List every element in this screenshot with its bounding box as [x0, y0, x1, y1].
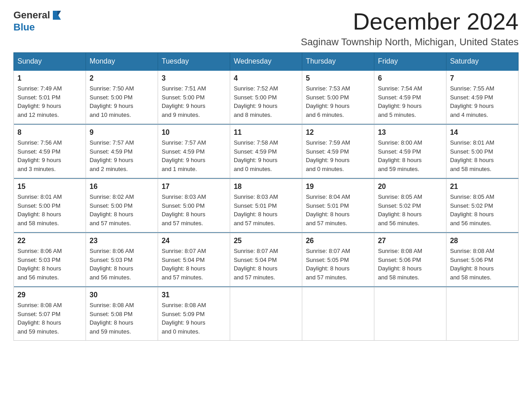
table-row: 23Sunrise: 8:06 AM Sunset: 5:03 PM Dayli… [86, 233, 158, 287]
day-info: Sunrise: 7:57 AM Sunset: 4:59 PM Dayligh… [162, 138, 226, 173]
day-number: 25 [234, 237, 298, 245]
location-subtitle: Saginaw Township North, Michigan, United… [301, 36, 519, 48]
day-info: Sunrise: 7:58 AM Sunset: 4:59 PM Dayligh… [234, 138, 298, 173]
day-info: Sunrise: 8:00 AM Sunset: 4:59 PM Dayligh… [378, 138, 442, 173]
calendar-week-row: 22Sunrise: 8:06 AM Sunset: 5:03 PM Dayli… [14, 233, 519, 287]
day-info: Sunrise: 7:57 AM Sunset: 4:59 PM Dayligh… [90, 138, 154, 173]
calendar-week-row: 1Sunrise: 7:49 AM Sunset: 5:01 PM Daylig… [14, 70, 519, 124]
day-number: 14 [450, 128, 515, 137]
day-number: 19 [306, 183, 370, 191]
table-row: 31Sunrise: 8:08 AM Sunset: 5:09 PM Dayli… [158, 287, 230, 341]
day-info: Sunrise: 8:05 AM Sunset: 5:02 PM Dayligh… [378, 193, 442, 227]
day-info: Sunrise: 7:52 AM Sunset: 5:00 PM Dayligh… [234, 84, 298, 119]
day-info: Sunrise: 8:08 AM Sunset: 5:08 PM Dayligh… [90, 301, 154, 336]
day-number: 30 [90, 291, 154, 299]
table-row: 17Sunrise: 8:03 AM Sunset: 5:00 PM Dayli… [158, 179, 230, 232]
calendar-week-row: 8Sunrise: 7:56 AM Sunset: 4:59 PM Daylig… [14, 125, 519, 178]
table-row [230, 287, 302, 341]
day-info: Sunrise: 7:53 AM Sunset: 5:00 PM Dayligh… [306, 84, 370, 119]
day-number: 31 [162, 291, 226, 299]
month-year-title: December 2024 [301, 9, 519, 34]
logo-flag-icon [51, 9, 64, 21]
logo: General Blue [13, 9, 64, 33]
title-area: December 2024 Saginaw Township North, Mi… [301, 9, 519, 48]
day-number: 23 [90, 237, 154, 245]
calendar-table: Sunday Monday Tuesday Wednesday Thursday… [13, 52, 519, 341]
header-thursday: Thursday [302, 53, 374, 71]
day-number: 13 [378, 128, 442, 137]
day-info: Sunrise: 7:49 AM Sunset: 5:01 PM Dayligh… [17, 84, 82, 119]
day-number: 15 [17, 183, 82, 191]
day-info: Sunrise: 7:51 AM Sunset: 5:00 PM Dayligh… [162, 84, 226, 119]
day-number: 17 [162, 183, 226, 191]
day-number: 16 [90, 183, 154, 191]
day-info: Sunrise: 8:03 AM Sunset: 5:01 PM Dayligh… [234, 193, 298, 227]
table-row: 12Sunrise: 7:59 AM Sunset: 4:59 PM Dayli… [302, 125, 374, 178]
table-row: 19Sunrise: 8:04 AM Sunset: 5:01 PM Dayli… [302, 179, 374, 232]
logo-general: General [13, 9, 50, 21]
day-info: Sunrise: 8:07 AM Sunset: 5:05 PM Dayligh… [306, 247, 370, 282]
day-info: Sunrise: 8:07 AM Sunset: 5:04 PM Dayligh… [162, 247, 226, 282]
day-number: 1 [17, 74, 82, 82]
day-number: 10 [162, 128, 226, 137]
header-sunday: Sunday [14, 53, 86, 71]
table-row: 28Sunrise: 8:08 AM Sunset: 5:06 PM Dayli… [446, 233, 518, 287]
table-row: 24Sunrise: 8:07 AM Sunset: 5:04 PM Dayli… [158, 233, 230, 287]
table-row: 7Sunrise: 7:55 AM Sunset: 4:59 PM Daylig… [446, 70, 518, 124]
header-saturday: Saturday [446, 53, 518, 71]
day-number: 24 [162, 237, 226, 245]
day-number: 4 [234, 74, 298, 82]
day-number: 29 [17, 291, 82, 299]
day-info: Sunrise: 8:02 AM Sunset: 5:00 PM Dayligh… [90, 193, 154, 227]
table-row: 29Sunrise: 8:08 AM Sunset: 5:07 PM Dayli… [14, 287, 86, 341]
table-row: 21Sunrise: 8:05 AM Sunset: 5:02 PM Dayli… [446, 179, 518, 232]
table-row: 1Sunrise: 7:49 AM Sunset: 5:01 PM Daylig… [14, 70, 86, 124]
day-number: 7 [450, 74, 515, 82]
day-number: 6 [378, 74, 442, 82]
day-number: 3 [162, 74, 226, 82]
day-info: Sunrise: 7:56 AM Sunset: 4:59 PM Dayligh… [17, 138, 82, 173]
day-number: 2 [90, 74, 154, 82]
day-info: Sunrise: 7:54 AM Sunset: 4:59 PM Dayligh… [378, 84, 442, 119]
table-row: 3Sunrise: 7:51 AM Sunset: 5:00 PM Daylig… [158, 70, 230, 124]
day-info: Sunrise: 8:05 AM Sunset: 5:02 PM Dayligh… [450, 193, 515, 227]
table-row: 10Sunrise: 7:57 AM Sunset: 4:59 PM Dayli… [158, 125, 230, 178]
calendar-week-row: 29Sunrise: 8:08 AM Sunset: 5:07 PM Dayli… [14, 287, 519, 341]
day-info: Sunrise: 8:06 AM Sunset: 5:03 PM Dayligh… [90, 247, 154, 282]
day-info: Sunrise: 8:01 AM Sunset: 5:00 PM Dayligh… [450, 138, 515, 173]
day-info: Sunrise: 8:03 AM Sunset: 5:00 PM Dayligh… [162, 193, 226, 227]
day-number: 12 [306, 128, 370, 137]
day-number: 26 [306, 237, 370, 245]
day-info: Sunrise: 7:59 AM Sunset: 4:59 PM Dayligh… [306, 138, 370, 173]
table-row: 13Sunrise: 8:00 AM Sunset: 4:59 PM Dayli… [374, 125, 446, 178]
day-info: Sunrise: 8:08 AM Sunset: 5:06 PM Dayligh… [378, 247, 442, 282]
table-row [374, 287, 446, 341]
day-info: Sunrise: 8:08 AM Sunset: 5:07 PM Dayligh… [17, 301, 82, 336]
day-info: Sunrise: 8:04 AM Sunset: 5:01 PM Dayligh… [306, 193, 370, 227]
day-info: Sunrise: 8:07 AM Sunset: 5:04 PM Dayligh… [234, 247, 298, 282]
day-number: 8 [17, 128, 82, 137]
day-number: 28 [450, 237, 515, 245]
day-info: Sunrise: 7:55 AM Sunset: 4:59 PM Dayligh… [450, 84, 515, 119]
page-header: General Blue December 2024 Saginaw Towns… [13, 9, 519, 48]
day-number: 20 [378, 183, 442, 191]
table-row: 26Sunrise: 8:07 AM Sunset: 5:05 PM Dayli… [302, 233, 374, 287]
day-number: 18 [234, 183, 298, 191]
table-row: 9Sunrise: 7:57 AM Sunset: 4:59 PM Daylig… [86, 125, 158, 178]
table-row: 25Sunrise: 8:07 AM Sunset: 5:04 PM Dayli… [230, 233, 302, 287]
table-row: 30Sunrise: 8:08 AM Sunset: 5:08 PM Dayli… [86, 287, 158, 341]
table-row: 8Sunrise: 7:56 AM Sunset: 4:59 PM Daylig… [14, 125, 86, 178]
day-number: 21 [450, 183, 515, 191]
table-row: 27Sunrise: 8:08 AM Sunset: 5:06 PM Dayli… [374, 233, 446, 287]
table-row: 16Sunrise: 8:02 AM Sunset: 5:00 PM Dayli… [86, 179, 158, 232]
day-info: Sunrise: 7:50 AM Sunset: 5:00 PM Dayligh… [90, 84, 154, 119]
table-row: 2Sunrise: 7:50 AM Sunset: 5:00 PM Daylig… [86, 70, 158, 124]
day-number: 9 [90, 128, 154, 137]
svg-marker-1 [57, 11, 61, 15]
day-info: Sunrise: 8:01 AM Sunset: 5:00 PM Dayligh… [17, 193, 82, 227]
day-info: Sunrise: 8:06 AM Sunset: 5:03 PM Dayligh… [17, 247, 82, 282]
calendar-header-row: Sunday Monday Tuesday Wednesday Thursday… [14, 53, 519, 71]
day-number: 11 [234, 128, 298, 137]
day-number: 5 [306, 74, 370, 82]
day-number: 22 [17, 237, 82, 245]
